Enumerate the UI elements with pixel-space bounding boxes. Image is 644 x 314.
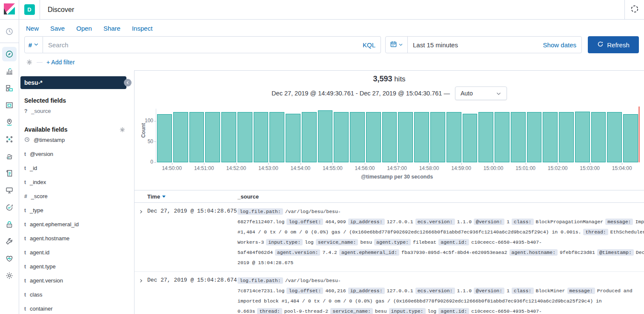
histogram-bar[interactable] — [269, 112, 284, 162]
histogram-bar[interactable] — [286, 114, 301, 162]
histogram-bar[interactable] — [414, 112, 429, 162]
menu-inspect[interactable]: Inspect — [132, 25, 152, 32]
histogram-bar[interactable] — [575, 112, 590, 162]
histogram-bar[interactable] — [221, 112, 236, 162]
histogram-bar[interactable] — [366, 112, 381, 162]
field-key-badge[interactable]: log.file.path: — [238, 277, 283, 284]
field-agent.ephemeral_id[interactable]: tagent.ephemeral_id — [20, 217, 132, 231]
histogram-bar[interactable] — [238, 112, 252, 162]
kibana-logo[interactable] — [0, 0, 19, 19]
nav-visualize[interactable] — [2, 64, 17, 78]
field-key-badge[interactable]: agent.id: — [438, 308, 469, 314]
nav-maps[interactable] — [2, 115, 17, 130]
field-key-badge[interactable]: message: — [567, 288, 595, 294]
search-input[interactable] — [48, 41, 359, 49]
expand-row-button[interactable] — [135, 207, 147, 214]
histogram-bar[interactable] — [623, 114, 638, 162]
histogram-bar[interactable] — [591, 112, 606, 162]
histogram-bar[interactable] — [607, 112, 622, 162]
field-key-badge[interactable]: agent.version: — [275, 249, 321, 256]
histogram-bar[interactable] — [318, 110, 333, 162]
histogram-bar[interactable] — [334, 112, 349, 162]
histogram-bar[interactable] — [430, 112, 445, 162]
nav-stack-monitoring[interactable] — [2, 251, 17, 266]
filter-settings-gear-icon[interactable] — [26, 59, 33, 66]
histogram-bar[interactable] — [511, 112, 526, 162]
field-key-badge[interactable]: service_name: — [316, 239, 358, 245]
field-key-badge[interactable]: @version: — [474, 219, 504, 225]
time-range-display[interactable]: Last 15 minutes Show dates — [408, 37, 581, 53]
field-_type[interactable]: t_type — [20, 203, 132, 217]
field-key-badge[interactable]: ip_address: — [348, 288, 385, 294]
nav-management[interactable] — [2, 268, 17, 283]
field-_index[interactable]: t_index — [20, 175, 132, 189]
field-key-badge[interactable]: agent.hostname: — [509, 249, 558, 256]
field-key-badge[interactable]: log.offset: — [286, 219, 323, 225]
calendar-dropdown[interactable] — [386, 37, 408, 53]
interval-select[interactable]: Auto — [455, 86, 507, 100]
nav-dev-tools[interactable] — [2, 234, 17, 249]
field-_score[interactable]: #_score — [20, 189, 132, 203]
field-key-badge[interactable]: @version: — [474, 288, 504, 294]
nav-discover[interactable] — [2, 47, 17, 61]
field-agent.id[interactable]: tagent.id — [20, 245, 132, 259]
histogram-bar[interactable] — [205, 112, 220, 162]
add-filter-button[interactable]: + Add filter — [46, 59, 75, 66]
field-agent.version[interactable]: tagent.version — [20, 274, 132, 288]
histogram-bar[interactable] — [302, 112, 317, 162]
field-key-badge[interactable]: log.offset: — [286, 288, 323, 294]
nav-siem[interactable] — [2, 217, 17, 232]
histogram-bar[interactable] — [398, 112, 413, 162]
histogram-bar[interactable] — [382, 112, 397, 162]
nav-canvas[interactable] — [2, 98, 17, 112]
field-key-badge[interactable]: agent.type: — [374, 239, 411, 245]
field-@version[interactable]: t@version — [20, 147, 132, 161]
field-@timestamp[interactable]: @timestamp — [20, 133, 132, 147]
help-button[interactable] — [624, 0, 644, 19]
field-agent.type[interactable]: tagent.type — [20, 259, 132, 274]
nav-uptime[interactable] — [2, 200, 17, 215]
field-key-badge[interactable]: @timestamp: — [597, 249, 634, 256]
menu-new[interactable]: New — [26, 25, 39, 32]
field-key-badge[interactable]: log.file.path: — [238, 208, 283, 215]
histogram-bar[interactable] — [478, 112, 493, 162]
histogram-bar[interactable] — [527, 112, 542, 162]
histogram-bar[interactable] — [543, 112, 558, 162]
field-agent.hostname[interactable]: tagent.hostname — [20, 231, 132, 245]
field-key-badge[interactable]: agent.ephemeral_id: — [339, 249, 399, 256]
menu-save[interactable]: Save — [50, 25, 65, 32]
histogram-bar[interactable] — [559, 112, 574, 162]
field-key-badge[interactable]: ip_address: — [348, 219, 385, 225]
menu-open[interactable]: Open — [76, 25, 92, 32]
field-key-badge[interactable]: class: — [512, 219, 533, 225]
histogram-bar[interactable] — [463, 114, 478, 162]
nav-machine-learning[interactable] — [2, 132, 17, 147]
collapse-sidebar-button[interactable] — [124, 79, 132, 86]
field-key-badge[interactable]: ecs.version: — [415, 219, 455, 225]
field-key-badge[interactable]: service_name: — [330, 308, 373, 314]
show-dates-button[interactable]: Show dates — [543, 41, 576, 49]
nav-metrics[interactable] — [2, 149, 17, 164]
time-column-header[interactable]: Time — [147, 193, 238, 200]
refresh-button[interactable]: Refresh — [588, 36, 639, 53]
field-key-badge[interactable]: message: — [605, 219, 633, 225]
field-key-badge[interactable]: input.type: — [389, 308, 426, 314]
filter-type-dropdown[interactable]: # — [24, 36, 43, 53]
histogram-bar[interactable] — [495, 112, 509, 162]
fields-settings-gear-icon[interactable] — [119, 127, 126, 133]
field-_id[interactable]: t_id — [20, 161, 132, 175]
index-pattern-selector[interactable]: besu-* — [20, 76, 126, 89]
field-key-badge[interactable]: thread: — [257, 308, 282, 314]
histogram-bar[interactable] — [350, 112, 365, 162]
field-key-badge[interactable]: input.type: — [266, 239, 303, 245]
expand-row-button[interactable] — [135, 276, 147, 283]
query-language-button[interactable]: KQL — [363, 41, 375, 49]
histogram-bar[interactable] — [157, 114, 172, 162]
menu-share[interactable]: Share — [103, 25, 120, 32]
nav-dashboard[interactable] — [2, 81, 17, 95]
field-class[interactable]: tclass — [20, 288, 132, 302]
field-key-badge[interactable]: ecs.version: — [415, 288, 455, 294]
histogram-bar[interactable] — [173, 112, 188, 162]
field-key-badge[interactable]: class: — [512, 288, 533, 294]
field-key-badge[interactable]: agent.id: — [438, 239, 469, 245]
